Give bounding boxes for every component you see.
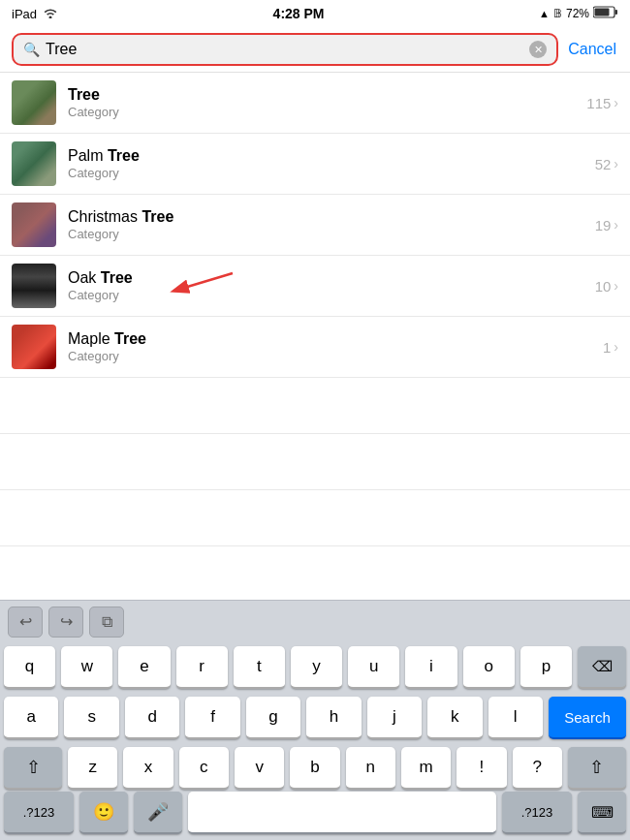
result-title: Oak Tree [68, 269, 595, 287]
num-key-right[interactable]: .?123 [502, 792, 572, 834]
cancel-button[interactable]: Cancel [566, 37, 618, 62]
result-title-keyword: Tree [142, 208, 173, 225]
search-button[interactable]: Search [549, 697, 626, 739]
search-bar-area: 🔍 Tree ✕ Cancel [0, 27, 630, 73]
list-item[interactable]: Oak Tree Category 10 › [0, 256, 630, 317]
keyboard-rows: q w e r t y u i o p ⌫ a s d f g h j k l … [0, 642, 630, 792]
status-bar: iPad 4:28 PM ▲ 𝔹 72% [0, 0, 630, 27]
redo-button[interactable]: ↪ [48, 607, 83, 638]
result-thumbnail [12, 202, 56, 247]
result-subtitle: Category [68, 227, 595, 241]
key-w[interactable]: w [61, 646, 112, 689]
result-title: Tree [68, 86, 586, 104]
key-t[interactable]: t [234, 646, 285, 689]
result-text: Christmas Tree Category [68, 208, 595, 241]
result-text: Oak Tree Category [68, 269, 595, 302]
result-title-keyword: Tree [101, 269, 133, 286]
shift-left-key[interactable]: ⇧ [4, 747, 62, 790]
search-query: Tree [46, 41, 529, 58]
key-x[interactable]: x [123, 747, 173, 790]
result-count-area: 10 › [595, 278, 618, 295]
empty-row [0, 378, 630, 434]
key-r[interactable]: r [176, 646, 228, 689]
list-item[interactable]: Palm Tree Category 52 › [0, 134, 630, 195]
keyboard-dismiss-key[interactable]: ⌨ [578, 792, 626, 834]
chevron-icon: › [614, 278, 618, 294]
result-count: 52 [595, 156, 612, 172]
key-n[interactable]: n [346, 747, 395, 790]
result-thumbnail [12, 264, 56, 308]
result-count-area: 19 › [595, 217, 618, 233]
key-j[interactable]: j [367, 697, 422, 739]
key-u[interactable]: u [348, 646, 399, 689]
key-exclaim[interactable]: ! [457, 747, 506, 790]
result-count-area: 52 › [595, 156, 618, 172]
key-row-2: a s d f g h j k l Search [4, 697, 626, 739]
key-m[interactable]: m [401, 747, 451, 790]
mic-key[interactable]: 🎤 [134, 792, 182, 834]
result-subtitle: Category [68, 288, 595, 302]
key-o[interactable]: o [463, 646, 515, 689]
chevron-icon: › [614, 95, 618, 110]
key-l[interactable]: l [488, 697, 543, 739]
key-c[interactable]: c [179, 747, 229, 790]
search-input-wrapper[interactable]: 🔍 Tree ✕ [12, 33, 558, 66]
key-a[interactable]: a [4, 697, 58, 739]
clear-button[interactable]: ✕ [529, 41, 547, 58]
results-list: Tree Category 115 › Palm Tree Category 5… [0, 73, 630, 603]
emoji-key[interactable]: 🙂 [79, 792, 128, 834]
key-s[interactable]: s [64, 697, 118, 739]
search-icon: 🔍 [23, 42, 40, 57]
battery-percent: 72% [566, 7, 589, 20]
result-subtitle: Category [68, 349, 603, 363]
key-y[interactable]: y [291, 646, 342, 689]
carrier-label: iPad [12, 7, 37, 21]
list-item[interactable]: Tree Category 115 › [0, 73, 630, 134]
keyboard-toolbar: ↩ ↪ ⧉ [0, 600, 630, 642]
svg-rect-1 [615, 10, 618, 15]
result-subtitle: Category [68, 166, 595, 180]
wifi-icon [43, 7, 58, 21]
result-title: Maple Tree [68, 330, 603, 348]
key-f[interactable]: f [185, 697, 239, 739]
shift-right-key[interactable]: ⇧ [568, 747, 626, 790]
status-time: 4:28 PM [273, 6, 325, 21]
list-item[interactable]: Christmas Tree Category 19 › [0, 195, 630, 256]
list-item[interactable]: Maple Tree Category 1 › [0, 317, 630, 378]
num-key-left[interactable]: .?123 [4, 792, 74, 834]
result-text: Tree Category [68, 86, 586, 119]
undo-button[interactable]: ↩ [8, 607, 43, 638]
space-key[interactable] [188, 792, 496, 834]
key-e[interactable]: e [118, 646, 170, 689]
key-question[interactable]: ? [513, 747, 562, 790]
chevron-icon: › [614, 339, 618, 355]
svg-rect-2 [595, 9, 610, 16]
result-count: 115 [586, 95, 611, 111]
chevron-icon: › [614, 156, 618, 171]
bt-icon: 𝔹 [553, 7, 562, 20]
key-b[interactable]: b [290, 747, 339, 790]
result-thumbnail [12, 141, 56, 186]
result-count-area: 115 › [586, 95, 618, 111]
result-title-keyword: Tree [108, 147, 140, 164]
key-z[interactable]: z [68, 747, 117, 790]
result-subtitle: Category [68, 105, 586, 119]
copy-button[interactable]: ⧉ [89, 607, 124, 638]
status-right: ▲ 𝔹 72% [539, 6, 618, 21]
result-count: 10 [595, 278, 612, 295]
location-icon: ▲ [539, 8, 550, 19]
key-g[interactable]: g [246, 697, 300, 739]
key-k[interactable]: k [427, 697, 482, 739]
key-q[interactable]: q [4, 646, 55, 689]
chevron-icon: › [614, 217, 618, 233]
key-v[interactable]: v [235, 747, 284, 790]
key-row-1: q w e r t y u i o p ⌫ [4, 646, 626, 689]
result-thumbnail [12, 80, 56, 125]
key-i[interactable]: i [405, 646, 457, 689]
delete-key[interactable]: ⌫ [578, 646, 626, 689]
key-p[interactable]: p [520, 646, 572, 689]
battery-icon [593, 6, 618, 21]
key-h[interactable]: h [306, 697, 361, 739]
result-count-area: 1 › [603, 339, 618, 356]
key-d[interactable]: d [125, 697, 179, 739]
